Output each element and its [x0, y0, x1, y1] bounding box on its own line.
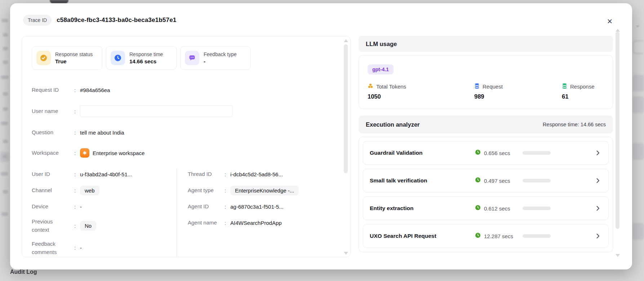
background-fragment: [3, 92, 8, 96]
execution-analyzer-header: Execution analyzer Response time: 14.66 …: [359, 115, 613, 133]
execution-step-guardrail-validation[interactable]: Guardrail Validation 0.656 secs: [363, 141, 609, 165]
background-fragment: [3, 155, 7, 158]
background-fragment: [3, 33, 8, 37]
field-label: Request ID: [32, 86, 74, 94]
left-panel-scrollbar[interactable]: [343, 36, 348, 257]
field-colon: :: [74, 150, 80, 156]
modal-scrollbar[interactable]: [615, 26, 620, 260]
detail-column-right: Thread ID : i-dcb4c5d2-5ad8-56... Agent …: [177, 169, 336, 257]
scroll-down-icon[interactable]: [344, 252, 348, 255]
response-tokens-metric: Response 61: [562, 83, 604, 100]
field-colon: :: [225, 171, 230, 177]
execution-analyzer-title: Execution analyzer: [366, 121, 419, 128]
metric-value: 989: [474, 93, 562, 100]
duration-bar: [523, 151, 551, 155]
step-duration: 0.656 secs: [484, 150, 519, 156]
chat-bubble-icon: [185, 51, 199, 65]
background-fragment: [1, 212, 8, 216]
metric-label: Response: [570, 83, 595, 90]
llm-usage-header: LLM usage: [359, 36, 613, 52]
chevron-right-icon[interactable]: [595, 177, 601, 184]
channel-row: Channel : web: [32, 185, 177, 196]
question-row: Question : tell me about India: [32, 127, 336, 137]
metric-label: Request: [483, 83, 503, 90]
database-icon: [474, 83, 480, 90]
step-name: Entity extraction: [370, 205, 475, 212]
background-chevron-fragment: ⌄: [635, 21, 640, 29]
background-fragment: [1, 19, 8, 22]
background-row-fragment: [632, 75, 644, 91]
execution-step-uxo-search-api-request[interactable]: UXO Search API Request 12.287 secs: [363, 224, 609, 248]
field-colon: :: [74, 223, 80, 229]
clock-icon: [111, 51, 125, 65]
scrollbar-thumb[interactable]: [344, 44, 348, 173]
field-label: Thread ID: [188, 170, 225, 178]
llm-usage-card: gpt-4.1 Total Tokens 1050: [359, 55, 613, 109]
agent-id-row: Agent ID : ag-6870c3a1-f501-5...: [188, 201, 336, 212]
execution-step-small-talk-verification[interactable]: Small talk verification 0.497 secs: [363, 169, 609, 192]
device-value: -: [80, 204, 82, 210]
user-name-row: User name :: [32, 105, 336, 117]
workspace-row: Workspace : Enterprise workspace: [32, 148, 336, 158]
scroll-up-icon[interactable]: [616, 29, 620, 32]
model-badge: gpt-4.1: [368, 64, 394, 74]
stat-cards-row: Response status True Response time 14.66…: [32, 46, 336, 70]
tokens-icon: [368, 83, 373, 90]
trace-id-value: c58a09ce-fbc3-4133-ba0c-beca3e1b57e1: [57, 17, 176, 24]
background-fragment: [3, 60, 8, 64]
background-fragment: [1, 122, 8, 125]
workspace-value: Enterprise workspace: [93, 150, 145, 156]
chevron-right-icon[interactable]: [595, 233, 601, 239]
response-status-card: Response status True: [32, 46, 102, 70]
agent-type-row: Agent type : EnterpriseKnowledge -...: [188, 185, 336, 196]
step-name: Guardrail Validation: [370, 150, 475, 156]
field-colon: :: [225, 204, 230, 210]
stat-value: 14.66 secs: [129, 58, 163, 64]
field-label: Workspace: [32, 149, 74, 157]
field-label: Agent name: [188, 218, 225, 227]
request-id-row: Request ID : #984a656ea: [32, 85, 336, 95]
field-label: Agent type: [188, 186, 225, 194]
previous-context-badge: No: [80, 221, 96, 231]
background-row-fragment: [632, 143, 644, 160]
background-fragment: [3, 107, 8, 111]
metric-label: Total Tokens: [376, 83, 406, 90]
user-id-row: User ID : u-f3abd2ad-4b0f-51...: [32, 169, 177, 180]
background-fragment: [3, 47, 8, 50]
channel-badge: web: [80, 186, 99, 195]
scroll-down-icon[interactable]: [616, 254, 620, 257]
background-row-fragment: [632, 96, 644, 113]
step-duration: 12.287 secs: [484, 233, 519, 239]
database-icon: [562, 83, 567, 90]
feedback-comments-value: -: [80, 245, 82, 251]
field-colon: :: [74, 187, 80, 194]
modal-header: Trace ID c58a09ce-fbc3-4133-ba0c-beca3e1…: [23, 15, 176, 26]
field-colon: :: [225, 187, 230, 194]
user-name-redacted-box: [80, 105, 232, 117]
close-icon[interactable]: ✕: [605, 16, 615, 26]
duration-bar: [523, 207, 551, 210]
analysis-panel: LLM usage gpt-4.1 Total Tokens 1050: [359, 36, 613, 257]
previous-context-row: Previous context : No: [32, 217, 177, 234]
field-label: User name: [32, 107, 74, 115]
field-colon: :: [225, 220, 230, 226]
background-fragment: [1, 76, 9, 79]
field-label: Device: [32, 202, 74, 210]
background-row-fragment: [632, 223, 644, 240]
field-colon: :: [74, 245, 80, 251]
execution-response-time: Response time: 14.66 secs: [543, 122, 606, 127]
stat-label: Response time: [129, 51, 163, 57]
request-id-value: #984a656ea: [80, 87, 110, 93]
scrollbar-thumb[interactable]: [616, 32, 619, 229]
chevron-right-icon[interactable]: [595, 205, 601, 212]
trace-id-badge: Trace ID: [23, 15, 52, 26]
execution-step-entity-extraction[interactable]: Entity extraction 0.612 secs: [363, 196, 609, 220]
device-row: Device : -: [32, 201, 177, 212]
agent-name-value: AI4WSearchProdApp: [230, 220, 282, 226]
scroll-up-icon[interactable]: [344, 39, 348, 42]
chevron-right-icon[interactable]: [595, 150, 601, 156]
field-label: User ID: [32, 170, 74, 178]
stat-value: True: [55, 58, 93, 64]
agent-type-badge: EnterpriseKnowledge -...: [230, 186, 299, 195]
clock-icon: [475, 232, 481, 240]
